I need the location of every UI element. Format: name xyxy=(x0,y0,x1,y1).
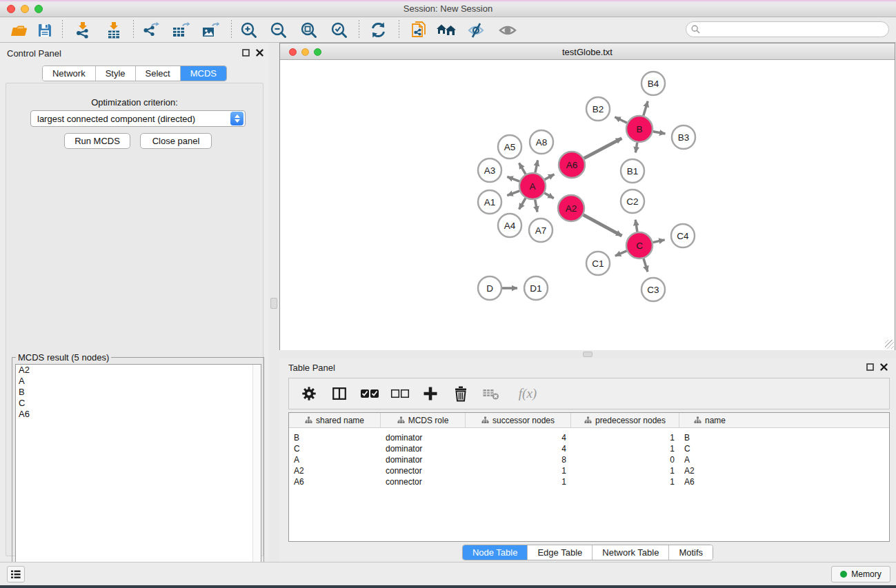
table-cell[interactable]: 1 xyxy=(571,433,679,443)
node-C[interactable]: C xyxy=(626,232,653,258)
node-A6[interactable]: A6 xyxy=(559,152,585,178)
network-manager-houses-icon[interactable] xyxy=(435,19,458,41)
result-list-scrollbar[interactable] xyxy=(252,365,261,588)
table-cell[interactable]: dominator xyxy=(381,433,466,443)
table-cell[interactable]: 1 xyxy=(466,466,571,476)
tab-node-table[interactable]: Node Table xyxy=(463,545,528,560)
add-column-icon[interactable] xyxy=(420,383,441,404)
table-cell[interactable]: 4 xyxy=(466,444,571,454)
edge-A-A2[interactable] xyxy=(544,193,553,199)
table-cell[interactable]: A2 xyxy=(679,466,740,476)
node-C4[interactable]: C4 xyxy=(671,224,695,247)
node-B[interactable]: B xyxy=(626,116,653,142)
node-B3[interactable]: B3 xyxy=(672,125,695,149)
node-A7[interactable]: A7 xyxy=(529,219,552,242)
edge-A-A1[interactable] xyxy=(507,191,519,196)
edge-A-A3[interactable] xyxy=(507,176,519,181)
mcds-result-list[interactable]: A2ABCA6 xyxy=(15,364,261,588)
show-column-icon[interactable] xyxy=(329,383,350,404)
export-network-icon[interactable] xyxy=(139,19,162,41)
table-cell[interactable]: dominator xyxy=(381,444,466,454)
node-C1[interactable]: C1 xyxy=(586,252,610,275)
edge-A-A5[interactable] xyxy=(519,163,526,174)
vertical-splitter[interactable] xyxy=(269,43,279,562)
node-A1[interactable]: A1 xyxy=(478,190,501,214)
table-cell[interactable]: 8 xyxy=(466,455,571,465)
mcds-result-item[interactable]: C xyxy=(16,398,261,409)
column-header-MCDS-role[interactable]: MCDS role xyxy=(381,413,466,427)
table-cell[interactable]: A xyxy=(289,455,381,465)
horizontal-splitter[interactable] xyxy=(279,350,896,358)
optimization-criterion-select[interactable]: largest connected component (directed) xyxy=(30,110,246,127)
mcds-result-item[interactable]: A6 xyxy=(16,409,261,420)
tab-network[interactable]: Network xyxy=(43,66,96,81)
table-cell[interactable]: 1 xyxy=(466,477,571,487)
node-C3[interactable]: C3 xyxy=(641,278,665,301)
function-builder-button[interactable]: f(x) xyxy=(511,383,544,404)
tab-select[interactable]: Select xyxy=(136,66,181,81)
splitter-grip[interactable] xyxy=(270,298,277,309)
table-row[interactable]: Cdominator41C xyxy=(289,443,889,454)
table-cell[interactable]: 1 xyxy=(571,444,679,454)
column-header-successor-nodes[interactable]: successor nodes xyxy=(466,413,571,427)
import-network-icon[interactable] xyxy=(71,19,94,41)
run-mcds-button[interactable]: Run MCDS xyxy=(64,133,130,149)
table-row[interactable]: Bdominator41B xyxy=(289,432,889,443)
table-cell[interactable]: A2 xyxy=(289,466,381,476)
new-network-from-selection-icon[interactable] xyxy=(407,19,430,41)
edge-C-C4[interactable] xyxy=(653,240,665,243)
node-A[interactable]: A xyxy=(519,173,546,199)
edge-A-A7[interactable] xyxy=(535,200,537,212)
zoom-fit-icon[interactable] xyxy=(297,19,321,41)
show-graphics-details-icon[interactable] xyxy=(496,19,519,41)
column-header-name[interactable]: name xyxy=(679,413,740,427)
tab-style[interactable]: Style xyxy=(96,66,136,81)
table-cell[interactable]: B xyxy=(679,433,740,443)
table-cell[interactable]: B xyxy=(289,433,381,443)
zoom-in-icon[interactable] xyxy=(237,19,261,41)
table-cell[interactable]: connector xyxy=(381,466,466,476)
delete-column-trash-icon[interactable] xyxy=(450,383,471,404)
table-cell[interactable]: C xyxy=(289,444,381,454)
task-history-button[interactable] xyxy=(7,566,25,582)
node-A2[interactable]: A2 xyxy=(558,195,584,221)
zoom-selected-icon[interactable] xyxy=(328,19,351,41)
close-panel-icon[interactable] xyxy=(880,363,888,371)
window-resize-grip[interactable] xyxy=(885,340,894,349)
tab-mcds[interactable]: MCDS xyxy=(181,66,226,81)
edge-A-A8[interactable] xyxy=(535,160,538,172)
edge-C-C2[interactable] xyxy=(635,220,637,232)
float-panel-icon[interactable] xyxy=(242,49,250,57)
hide-graphics-details-icon[interactable] xyxy=(464,19,488,41)
table-cell[interactable]: A xyxy=(679,455,740,465)
node-table[interactable]: shared nameMCDS rolesuccessor nodesprede… xyxy=(288,412,890,542)
table-cell[interactable]: C xyxy=(679,444,740,454)
edge-C-C3[interactable] xyxy=(644,258,648,272)
table-cell[interactable]: dominator xyxy=(381,455,466,465)
edge-B-B3[interactable] xyxy=(653,132,666,134)
table-row[interactable]: A6connector11A6 xyxy=(289,476,889,487)
node-D[interactable]: D xyxy=(478,276,501,300)
column-header-shared-name[interactable]: shared name xyxy=(289,413,381,427)
edge-A2-C[interactable] xyxy=(584,215,622,236)
table-cell[interactable]: connector xyxy=(381,477,466,487)
mcds-result-item[interactable]: A2 xyxy=(16,365,261,376)
search-input[interactable] xyxy=(703,25,888,34)
float-panel-icon[interactable] xyxy=(866,363,874,371)
memory-button[interactable]: Memory xyxy=(831,566,890,582)
edge-B-B1[interactable] xyxy=(635,143,637,153)
mcds-result-item[interactable]: A xyxy=(16,376,261,387)
table-cell[interactable]: 0 xyxy=(571,455,679,465)
edge-A6-B[interactable] xyxy=(584,139,622,159)
node-A8[interactable]: A8 xyxy=(530,130,553,154)
delete-table-icon[interactable] xyxy=(481,383,501,404)
table-cell[interactable]: 1 xyxy=(571,466,679,476)
table-cell[interactable]: A6 xyxy=(289,477,381,487)
export-table-icon[interactable] xyxy=(168,19,192,41)
close-panel-icon[interactable] xyxy=(256,49,263,57)
node-D1[interactable]: D1 xyxy=(524,276,548,300)
edge-B-B4[interactable] xyxy=(644,101,648,116)
network-canvas[interactable]: B4B2BB3A5A8A6A3B1AA1A2C2A4A7CC4C1C3DD1 xyxy=(280,60,895,350)
table-cell[interactable]: A6 xyxy=(679,477,740,487)
edge-B-B2[interactable] xyxy=(615,117,627,123)
